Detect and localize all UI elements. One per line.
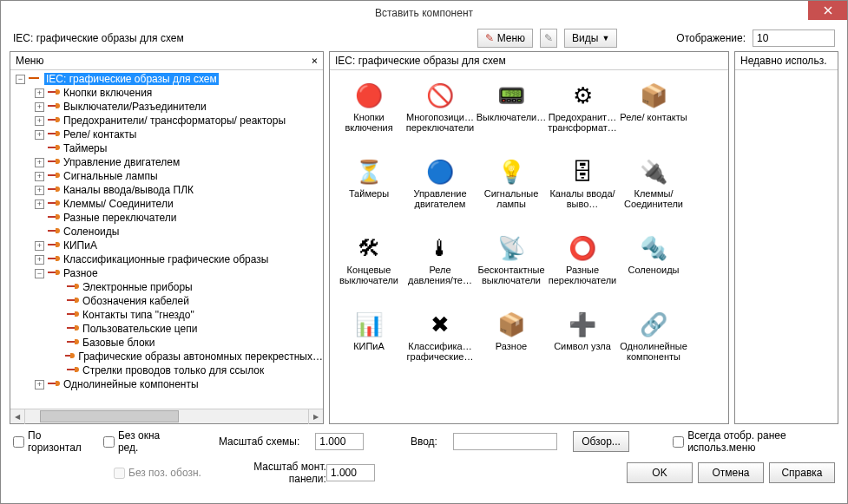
tree-row[interactable]: Базовые блоки <box>10 336 323 350</box>
tree-node-label: Пользовательские цепи <box>82 323 197 335</box>
icon-item[interactable]: 📟Выключатели… <box>476 79 547 152</box>
menu-button[interactable]: ✎ Меню <box>477 29 533 48</box>
tree-row[interactable]: Электронные приборы <box>10 280 323 294</box>
browse-button[interactable]: Обзор... <box>573 431 629 452</box>
tree-row[interactable]: +Сигнальные лампы <box>10 169 323 183</box>
tree-node-icon <box>48 144 60 153</box>
tree-node-icon <box>65 352 75 361</box>
tree-panel-close-icon[interactable]: × <box>312 55 318 67</box>
icon-item[interactable]: 💡Сигнальные лампы <box>476 155 547 228</box>
tree-spacer <box>54 338 63 348</box>
component-icon: 🔴 <box>351 79 387 112</box>
help-button[interactable]: Справка <box>769 462 835 483</box>
horizontal-scrollbar[interactable]: ◀ ▶ <box>10 409 323 423</box>
icon-item[interactable]: 🔴Кнопки включения <box>333 79 404 152</box>
tree-node-label: Стрелки проводов только для ссылок <box>82 364 264 376</box>
expand-icon[interactable]: + <box>35 200 44 209</box>
expand-icon[interactable]: + <box>35 255 44 265</box>
tree-node-icon <box>48 158 60 167</box>
tree-node-label: Разное <box>63 267 98 279</box>
menu-icon: ✎ <box>485 32 494 44</box>
expand-icon[interactable]: + <box>35 102 44 112</box>
nopos-checkbox-label: Без поз. обозн. <box>128 467 201 479</box>
icon-item[interactable]: ⚙Предохранит… трансформат… <box>547 79 618 152</box>
tree-row[interactable]: Обозначения кабелей <box>10 294 323 308</box>
tree-row[interactable]: +КИПиА <box>10 239 323 252</box>
tree-row[interactable]: +Клеммы/ Соединители <box>10 197 323 211</box>
tree-row[interactable]: +Каналы ввода/вывода ПЛК <box>10 183 323 197</box>
icon-item[interactable]: 🔌Клеммы/ Соединители <box>618 155 689 228</box>
expand-icon[interactable]: + <box>35 241 44 251</box>
icon-item-label: Концевые выключатели <box>333 265 404 296</box>
expand-icon[interactable]: + <box>35 158 44 167</box>
tree-node-icon <box>48 116 60 125</box>
tree-row[interactable]: +Однолинейные компоненты <box>10 377 323 391</box>
tree-row[interactable]: −IEC: графические образы для схем <box>10 72 323 86</box>
collapse-icon[interactable]: − <box>16 75 25 84</box>
expand-icon[interactable]: + <box>35 130 44 140</box>
expand-icon[interactable]: + <box>35 186 44 195</box>
tree-row[interactable]: +Кнопки включения <box>10 86 323 100</box>
tree-row[interactable]: +Предохранители/ трансформаторы/ реактор… <box>10 114 323 128</box>
tree-row[interactable]: Стрелки проводов только для ссылок <box>10 363 323 377</box>
icon-item[interactable]: ➕Символ узла <box>547 308 618 381</box>
collapse-icon[interactable]: − <box>35 269 44 278</box>
component-icon: 📡 <box>493 232 529 265</box>
cancel-button[interactable]: Отмена <box>698 462 764 483</box>
scroll-thumb[interactable] <box>40 410 179 422</box>
expand-icon[interactable]: + <box>35 116 44 126</box>
tree-row[interactable]: +Управление двигателем <box>10 155 323 169</box>
scale-schema-input[interactable] <box>315 433 364 450</box>
schema-label: IEC: графические образы для схем <box>13 32 184 44</box>
always-checkbox[interactable]: Всегда отобр. ранее использ.меню <box>673 429 835 454</box>
icon-item[interactable]: 🔗Однолинейные компоненты <box>618 308 689 381</box>
icon-item[interactable]: 🗄Каналы ввода/выво… <box>547 155 618 228</box>
icon-item[interactable]: 🔩Соленоиды <box>618 232 689 304</box>
close-button[interactable] <box>808 1 847 20</box>
icon-item[interactable]: ✖Классифика… графические… <box>404 308 476 381</box>
icon-item[interactable]: 📦Реле/ контакты <box>618 79 689 152</box>
tree-row[interactable]: Соленоиды <box>10 225 323 239</box>
icon-item[interactable]: 🛠Концевые выключатели <box>333 232 404 304</box>
tree-view[interactable]: −IEC: графические образы для схем+Кнопки… <box>10 70 323 409</box>
icon-item[interactable]: 🌡Реле давления/те… <box>404 232 476 304</box>
edit-button[interactable]: ✎ <box>540 29 557 48</box>
tree-row[interactable]: Таймеры <box>10 141 323 155</box>
tree-row[interactable]: Разные переключатели <box>10 211 323 225</box>
menu-button-label: Меню <box>497 32 525 44</box>
tree-row[interactable]: Пользовательские цепи <box>10 322 323 336</box>
scroll-right-arrow[interactable]: ▶ <box>308 409 323 424</box>
icon-item[interactable]: 📊КИПиА <box>333 308 404 381</box>
tree-row[interactable]: Контакты типа "гнездо" <box>10 308 323 322</box>
noeditwin-checkbox[interactable]: Без окна ред. <box>103 429 174 454</box>
scale-panel-input[interactable] <box>326 464 375 481</box>
expand-icon[interactable]: + <box>35 88 44 98</box>
tree-row[interactable]: +Реле/ контакты <box>10 128 323 141</box>
icon-item[interactable]: 🔵Управление двигателем <box>404 155 476 228</box>
icon-item-label: Предохранит… трансформат… <box>546 112 619 143</box>
display-input[interactable] <box>753 29 835 47</box>
horizontal-checkbox-input[interactable] <box>13 436 24 448</box>
always-checkbox-input[interactable] <box>673 436 684 448</box>
component-icon: ⭕ <box>564 232 601 265</box>
views-button[interactable]: Виды ▼ <box>564 29 617 48</box>
icon-panel-title: IEC: графические образы для схем <box>335 55 506 67</box>
scroll-left-arrow[interactable]: ◀ <box>10 409 25 424</box>
icon-item[interactable]: ⏳Таймеры <box>333 155 404 228</box>
tree-row[interactable]: −Разное <box>10 266 323 280</box>
expand-icon[interactable]: + <box>35 172 44 181</box>
symbol-input[interactable] <box>453 433 557 450</box>
icon-item[interactable]: 📡Бесконтактные выключатели <box>476 232 547 304</box>
noeditwin-checkbox-input[interactable] <box>103 436 115 448</box>
ok-button[interactable]: OK <box>627 462 693 483</box>
icon-view[interactable]: 🔴Кнопки включения🚫Многопозици… переключа… <box>330 70 728 423</box>
icon-item[interactable]: ⭕Разные переключатели <box>547 232 618 304</box>
tree-row[interactable]: Графические образы автономных перекрестн… <box>10 350 323 363</box>
tree-row[interactable]: +Выключатели/Разъединители <box>10 100 323 114</box>
expand-icon[interactable]: + <box>35 380 44 389</box>
icon-item[interactable]: 📦Разное <box>476 308 547 381</box>
icon-item[interactable]: 🚫Многопозици… переключатели <box>404 79 476 152</box>
tree-node-label: Таймеры <box>63 142 107 154</box>
horizontal-checkbox[interactable]: По горизонтал <box>13 429 88 454</box>
tree-row[interactable]: +Классификационные графические образы <box>10 252 323 266</box>
